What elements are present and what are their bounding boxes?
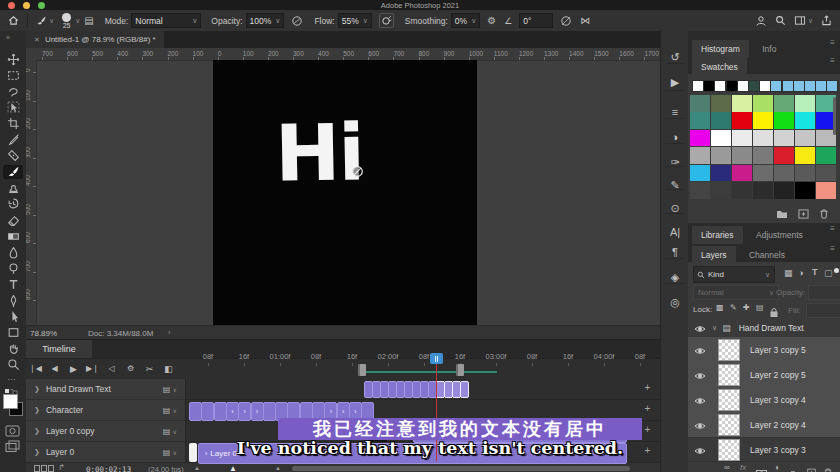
swatch[interactable] — [711, 182, 731, 199]
tool-hand[interactable] — [3, 342, 23, 356]
swatch[interactable] — [732, 95, 752, 112]
panel-menu-icon[interactable]: ≡ — [830, 224, 835, 233]
tool-path-select[interactable] — [3, 310, 23, 324]
share-icon[interactable] — [821, 15, 832, 26]
audio-mute-icon[interactable]: ◁ — [102, 364, 121, 373]
actions-panel-icon[interactable]: ▶ — [661, 73, 689, 91]
lock-transparency-icon[interactable]: ▩ — [716, 304, 724, 312]
delete-swatch-icon[interactable] — [819, 205, 829, 223]
new-layer-icon[interactable] — [807, 463, 816, 472]
work-area-end-handle[interactable] — [456, 364, 464, 376]
layer-thumbnail[interactable] — [718, 339, 740, 361]
swatch[interactable] — [774, 130, 794, 147]
swatch[interactable] — [690, 165, 710, 182]
filter-pixel-layers-icon[interactable]: ▦ — [784, 269, 793, 278]
transition-icon[interactable]: ◧ — [159, 364, 178, 374]
play-icon[interactable]: ▶ — [64, 364, 83, 374]
swatch[interactable] — [711, 147, 731, 164]
swatch[interactable] — [732, 130, 752, 147]
character-clip-block[interactable] — [214, 402, 227, 421]
tool-zoom[interactable] — [3, 358, 23, 372]
recent-swatch[interactable] — [703, 80, 715, 92]
vertical-ruler[interactable]: 0100200300400500600700800 — [26, 60, 37, 325]
character-clip-block[interactable]: › — [226, 402, 239, 421]
layer-row[interactable]: Layer 2 copy 4 — [688, 412, 840, 438]
recent-swatch[interactable] — [714, 80, 726, 92]
tool-clone-stamp[interactable] — [3, 181, 23, 195]
swatch[interactable] — [774, 182, 794, 199]
swatch[interactable] — [690, 112, 710, 129]
swatch[interactable] — [816, 165, 836, 182]
search-icon[interactable] — [775, 15, 786, 26]
layer-row[interactable]: Layer 3 copy 3 — [688, 437, 840, 463]
filter-adjustment-layers-icon[interactable]: ◑ — [798, 269, 803, 278]
document-tab[interactable]: ✕ Untitled-1 @ 78.9% (RGB/8#) * — [26, 31, 164, 48]
tool-marquee[interactable] — [3, 68, 23, 82]
timeline-settings-gear-icon[interactable]: ⚙ — [121, 364, 140, 373]
character-clip-block[interactable]: › — [251, 402, 264, 421]
smoothing-dropdown[interactable]: 0%∨ — [451, 13, 480, 28]
account-icon[interactable] — [755, 15, 767, 27]
frame-boxes-icon[interactable] — [34, 465, 54, 472]
recent-swatch[interactable] — [770, 80, 782, 92]
home-icon[interactable] — [8, 15, 19, 26]
lock-artboard-icon[interactable]: ▤ — [756, 304, 764, 312]
swatch[interactable] — [753, 130, 773, 147]
timeline-tab[interactable]: Timeline — [26, 340, 92, 358]
tool-eyedropper[interactable] — [3, 133, 23, 147]
swatch[interactable] — [816, 147, 836, 164]
add-media-button[interactable]: + — [642, 383, 653, 394]
brush-preset-picker[interactable]: 25 — [62, 13, 71, 29]
swatch[interactable] — [753, 182, 773, 199]
recent-swatch[interactable] — [826, 80, 838, 92]
toggle-brush-panel-icon[interactable]: ▤ — [84, 15, 93, 26]
timeline-scrollbar[interactable] — [292, 466, 630, 471]
visibility-eye-icon[interactable] — [694, 416, 706, 434]
character-clip-block[interactable] — [189, 402, 202, 421]
swatch[interactable] — [732, 165, 752, 182]
character-clip-block[interactable]: › — [238, 402, 251, 421]
tool-dodge[interactable] — [3, 261, 23, 275]
layer-group-row[interactable]: ∨ ▤ Hand Drawn Text — [688, 318, 840, 338]
swatch[interactable] — [711, 112, 731, 129]
tool-crop[interactable] — [3, 116, 23, 130]
new-group-icon[interactable] — [790, 464, 801, 472]
recent-swatch[interactable] — [737, 80, 749, 92]
more-tools-ellipsis[interactable]: … — [7, 372, 16, 382]
swatch[interactable] — [795, 165, 815, 182]
swatch[interactable] — [753, 112, 773, 129]
brush-settings-panel-icon[interactable]: ✑ — [661, 153, 689, 171]
tab-adjustments[interactable]: Adjustments — [747, 226, 812, 244]
layer-filter-kind-dropdown[interactable]: Kind ∨ — [693, 266, 775, 283]
foreground-color-swatch[interactable] — [3, 394, 18, 409]
layer-thumbnail[interactable] — [718, 439, 740, 461]
recent-swatch[interactable] — [748, 80, 760, 92]
swatch[interactable] — [753, 95, 773, 112]
tool-brush[interactable] — [3, 165, 23, 179]
recent-swatch[interactable] — [782, 80, 794, 92]
swatch[interactable] — [795, 95, 815, 112]
new-swatch-icon[interactable] — [798, 205, 809, 223]
keyframe-block[interactable] — [460, 381, 469, 398]
flow-dropdown[interactable]: 55%∨ — [338, 13, 372, 28]
swatch[interactable] — [774, 147, 794, 164]
swatch[interactable] — [795, 182, 815, 199]
swatch[interactable] — [774, 95, 794, 112]
document-canvas[interactable]: Hi — [213, 60, 477, 325]
swatch[interactable] — [795, 130, 815, 147]
recent-swatch[interactable] — [804, 80, 816, 92]
add-media-button[interactable]: + — [642, 425, 653, 436]
swatch[interactable] — [732, 182, 752, 199]
add-mask-icon[interactable] — [756, 464, 767, 472]
swatch[interactable] — [690, 95, 710, 112]
status-chevron-icon[interactable]: › — [168, 328, 171, 337]
work-area-start-handle[interactable] — [358, 364, 366, 376]
character-clip-block[interactable] — [201, 402, 214, 421]
airbrush-toggle-icon[interactable] — [379, 13, 394, 28]
tool-blur[interactable] — [3, 245, 23, 259]
swatch[interactable] — [711, 165, 731, 182]
swatch[interactable] — [753, 147, 773, 164]
lock-position-icon[interactable]: ✚ — [743, 304, 750, 312]
tool-move[interactable] — [3, 52, 23, 66]
brushes-panel-icon[interactable]: ✎ — [661, 176, 689, 194]
